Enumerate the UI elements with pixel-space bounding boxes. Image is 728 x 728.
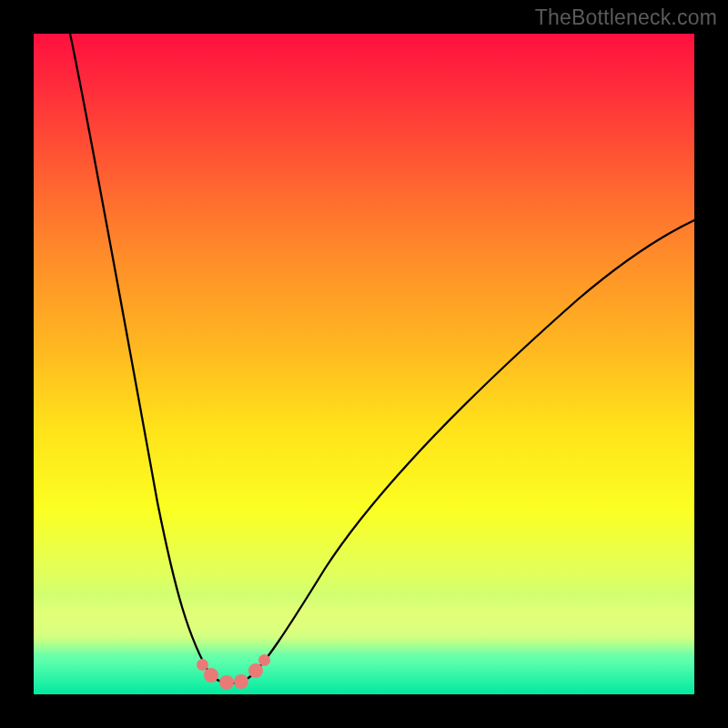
marker-dot <box>204 668 218 682</box>
marker-dot <box>248 663 263 678</box>
watermark-text: TheBottleneck.com <box>535 5 717 30</box>
marker-dot <box>219 675 234 690</box>
marker-dot <box>258 654 270 666</box>
plot-area <box>34 34 694 694</box>
marker-dot <box>234 674 248 689</box>
chart-frame: TheBottleneck.com <box>0 0 728 728</box>
bottleneck-curve <box>34 34 694 694</box>
curve-path <box>70 34 694 683</box>
